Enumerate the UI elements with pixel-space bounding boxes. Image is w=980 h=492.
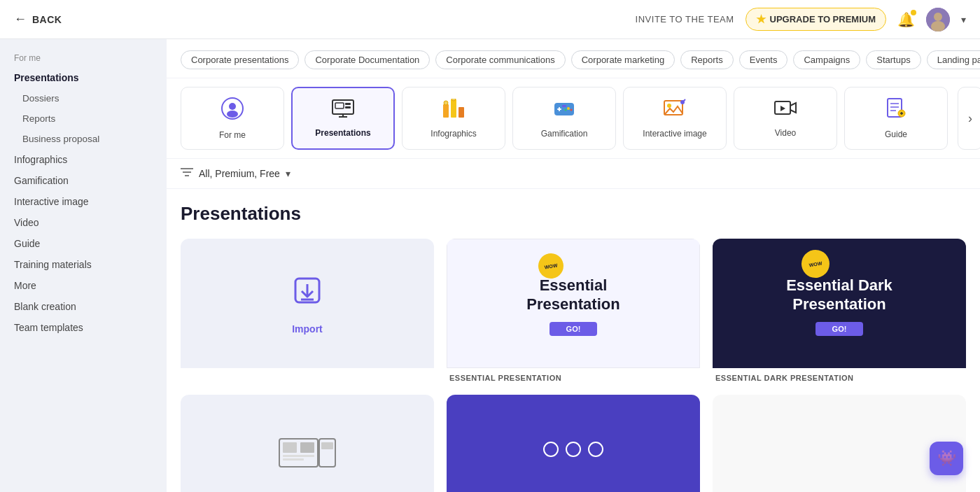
circle-3 (588, 442, 603, 457)
chip-events[interactable]: Events (739, 50, 788, 69)
svg-rect-49 (321, 442, 333, 449)
essential-go-button[interactable]: GO! (550, 322, 598, 336)
chip-corporate-documentation[interactable]: Corporate Documentation (304, 50, 430, 69)
main-layout: For me Presentations Dossiers Reports Bu… (0, 39, 980, 492)
sidebar-item-guide[interactable]: Guide (0, 233, 167, 254)
interactive-image-icon (664, 99, 686, 123)
header-actions: INVITE TO THE TEAM ★ UPGRADE TO PREMIUM … (636, 8, 966, 31)
circle-1 (543, 442, 559, 457)
sidebar-item-infographics[interactable]: Infographics (0, 149, 167, 170)
icon-card-infographics-label: Infographics (430, 129, 476, 139)
svg-rect-7 (335, 103, 344, 108)
app-header: ← BACK INVITE TO THE TEAM ★ UPGRADE TO P… (0, 0, 980, 39)
svg-rect-45 (300, 442, 314, 453)
chat-icon: 👾 (937, 449, 956, 468)
sidebar-item-presentations[interactable]: Presentations (0, 67, 167, 88)
icon-card-interactive-image[interactable]: Interactive image (623, 87, 727, 150)
notification-dot (911, 10, 916, 15)
content-area: Corporate presentations Corporate Docume… (167, 39, 980, 492)
chip-corporate-communications[interactable]: Corporate communications (435, 50, 565, 69)
for-me-icon (221, 97, 244, 125)
sidebar-item-dossiers[interactable]: Dossiers (0, 88, 167, 108)
card4-inner (181, 395, 434, 492)
template-essential-dark-card[interactable]: WOW Essential DarkPresentation GO! ESSEN… (713, 239, 966, 382)
icon-card-presentations[interactable]: Presentations (291, 87, 395, 150)
sidebar-item-training-materials[interactable]: Training materials (0, 254, 167, 275)
icon-card-guide-label: Guide (885, 129, 907, 139)
essential-dark-title: Essential DarkPresentation (786, 276, 892, 314)
gamification-icon (553, 99, 575, 123)
svg-point-20 (567, 107, 570, 110)
svg-point-25 (667, 104, 671, 108)
icon-cards-row: For me Presentations (167, 78, 980, 159)
essential-dark-card-label: ESSENTIAL DARK PRESENTATION (713, 368, 966, 382)
icon-cards-next-button[interactable]: › (958, 87, 980, 150)
svg-rect-8 (345, 103, 351, 105)
essential-card-inner: WOW EssentialPresentation GO! (447, 239, 700, 368)
icon-card-infographics[interactable]: Infographics (402, 87, 505, 150)
icon-card-gamification[interactable]: Gamification (512, 87, 616, 150)
svg-rect-46 (283, 455, 314, 457)
filter-row: All, Premium, Free ▾ (167, 159, 980, 189)
chat-widget-button[interactable]: 👾 (930, 442, 963, 475)
sidebar-item-interactive-image[interactable]: Interactive image (0, 191, 167, 212)
svg-rect-19 (557, 108, 561, 110)
filter-label: All, Premium, Free (199, 168, 280, 179)
wow-badge-dark: WOW (799, 248, 832, 280)
avatar[interactable] (926, 8, 950, 31)
template-import-card[interactable]: Import (181, 239, 434, 382)
svg-rect-13 (451, 99, 456, 118)
chip-corporate-marketing[interactable]: Corporate marketing (571, 50, 676, 69)
back-arrow-icon: ← (14, 12, 27, 27)
filter-chevron-icon[interactable]: ▾ (286, 168, 290, 179)
upgrade-button[interactable]: ★ UPGRADE TO PREMIUM (746, 8, 886, 31)
svg-rect-23 (562, 105, 566, 107)
svg-rect-14 (458, 107, 464, 118)
infographics-icon (442, 99, 465, 123)
icon-card-gamification-label: Gamification (541, 129, 588, 139)
sidebar-item-gamification[interactable]: Gamification (0, 170, 167, 191)
avatar-chevron-icon[interactable]: ▾ (961, 14, 966, 25)
sidebar-item-business-proposal[interactable]: Business proposal (0, 129, 167, 149)
invite-button[interactable]: INVITE TO THE TEAM (636, 14, 734, 24)
circles-row (543, 442, 603, 457)
template-grid: Import WOW EssentialPresentation GO! ESS… (181, 239, 966, 382)
svg-point-21 (570, 108, 573, 111)
svg-point-4 (229, 103, 236, 110)
star-icon: ★ (756, 13, 766, 26)
svg-point-16 (451, 99, 456, 101)
sidebar-item-reports[interactable]: Reports (0, 108, 167, 129)
chip-corporate-presentations[interactable]: Corporate presentations (181, 50, 299, 69)
upgrade-label: UPGRADE TO PREMIUM (770, 14, 876, 24)
sidebar-item-more[interactable]: More (0, 275, 167, 296)
icon-card-for-me-label: For me (219, 130, 246, 140)
template-card-5[interactable] (447, 395, 700, 492)
chip-landing-pages[interactable]: Landing pages (927, 50, 980, 69)
svg-rect-9 (345, 106, 351, 108)
filter-icon (181, 167, 193, 180)
template-card-4[interactable] (181, 395, 434, 492)
essential-card-label: ESSENTIAL PRESENTATION (447, 368, 700, 382)
template-card-6[interactable] (713, 395, 966, 492)
chip-startups[interactable]: Startups (866, 50, 920, 69)
sidebar-item-blank-creation[interactable]: Blank creation (0, 296, 167, 317)
card6-inner (713, 395, 966, 492)
card5-inner (447, 395, 700, 492)
sidebar-item-team-templates[interactable]: Team templates (0, 317, 167, 338)
sidebar-item-video[interactable]: Video (0, 212, 167, 233)
svg-marker-29 (780, 106, 785, 111)
template-grid-row2 (181, 395, 966, 492)
chip-reports[interactable]: Reports (680, 50, 734, 69)
icon-card-guide[interactable]: Guide (844, 87, 948, 150)
icon-card-presentations-label: Presentations (315, 128, 370, 138)
guide-icon (886, 98, 906, 124)
svg-point-1 (934, 13, 942, 21)
icon-card-for-me[interactable]: For me (181, 87, 284, 150)
back-button[interactable]: ← BACK (14, 12, 62, 27)
essential-dark-go-button[interactable]: GO! (816, 322, 864, 336)
template-essential-card[interactable]: WOW EssentialPresentation GO! ESSENTIAL … (447, 239, 700, 382)
icon-card-video[interactable]: Video (734, 87, 837, 150)
presentations-icon (332, 99, 354, 122)
chip-campaigns[interactable]: Campaigns (793, 50, 860, 69)
notifications-button[interactable]: 🔔 (897, 11, 915, 28)
